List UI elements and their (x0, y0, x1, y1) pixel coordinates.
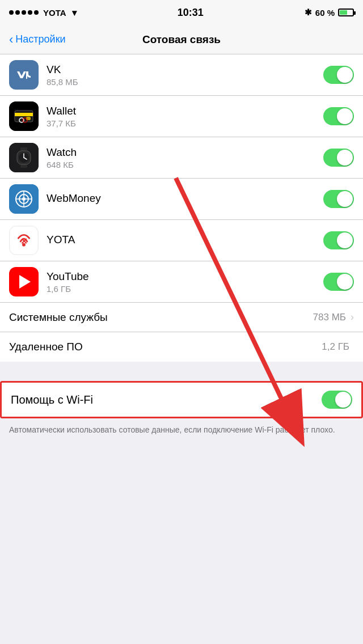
webmoney-toggle-knob (337, 191, 353, 207)
list-item: VK 85,8 МБ (0, 54, 363, 96)
youtube-logo (9, 267, 39, 296)
carrier-label: YOTA (43, 8, 66, 18)
back-label: Настройки (15, 33, 65, 45)
vk-info: VK 85,8 МБ (47, 63, 323, 87)
remote-access-label: Удаленное ПО (9, 341, 322, 353)
status-left: YOTA ▾ (9, 7, 77, 18)
vk-toggle[interactable] (323, 66, 354, 84)
list-item: ✕ YOTA (0, 220, 363, 261)
youtube-info: YouTube 1,6 ГБ (47, 270, 323, 294)
wifi-assist-toggle-knob (335, 392, 351, 408)
battery-fill (340, 10, 347, 15)
chevron-right-icon: › (351, 311, 354, 323)
svg-point-22 (22, 243, 26, 247)
vk-logo (9, 60, 39, 90)
wifi-icon: ▾ (72, 7, 77, 18)
vk-app-icon (9, 60, 39, 90)
status-right: ✱ 60 % (305, 7, 354, 18)
system-services-value: 783 МБ (313, 312, 346, 323)
webmoney-icon-svg (9, 184, 39, 214)
svg-rect-9 (20, 164, 27, 168)
wifi-assist-toggle[interactable] (322, 391, 352, 409)
watch-toggle[interactable] (323, 149, 354, 167)
youtube-app-icon (9, 267, 39, 296)
yota-toggle[interactable] (323, 231, 354, 249)
back-button[interactable]: ‹ Настройки (9, 32, 66, 47)
watch-size: 648 КБ (47, 160, 323, 170)
yota-toggle-knob (337, 232, 353, 248)
back-chevron-icon: ‹ (9, 32, 13, 47)
system-services-row[interactable]: Системные службы 783 МБ › (0, 303, 363, 332)
page-title: Сотовая связь (142, 33, 221, 46)
webmoney-name: WebMoney (47, 192, 323, 205)
wallet-name: Wallet (47, 105, 323, 117)
youtube-size: 1,6 ГБ (47, 284, 323, 294)
list-item: Wallet 37,7 КБ (0, 96, 363, 137)
wallet-icon-svg (9, 101, 39, 131)
system-services-label: Системные службы (9, 311, 313, 324)
wifi-assist-label: Помощь с Wi-Fi (11, 393, 322, 406)
wallet-app-icon (9, 101, 39, 131)
watch-icon-svg (9, 143, 39, 172)
wallet-info: Wallet 37,7 КБ (47, 105, 323, 128)
list-item: WebMoney (0, 179, 363, 220)
signal-dots (9, 10, 39, 15)
yota-icon-svg: ✕ (10, 226, 38, 255)
wallet-toggle-knob (337, 108, 353, 124)
watch-info: Watch 648 КБ (47, 146, 323, 170)
youtube-name: YouTube (47, 270, 323, 283)
status-time: 10:31 (178, 7, 204, 19)
yota-name: YOTA (47, 234, 323, 246)
status-bar: YOTA ▾ 10:31 ✱ 60 % (0, 0, 363, 25)
wifi-assist-section: Помощь с Wi-Fi (0, 381, 363, 418)
wifi-assist-description: Автоматически использовать сотовые данны… (0, 418, 363, 447)
bluetooth-icon: ✱ (305, 7, 312, 18)
section-break (0, 362, 363, 381)
youtube-toggle[interactable] (323, 273, 354, 291)
list-item: YouTube 1,6 ГБ (0, 261, 363, 303)
wallet-size: 37,7 КБ (47, 118, 323, 128)
vk-toggle-knob (337, 67, 353, 83)
yota-info: YOTA (47, 234, 323, 247)
wifi-assist-row: Помощь с Wi-Fi (2, 383, 361, 417)
youtube-toggle-knob (337, 274, 353, 290)
webmoney-app-icon (9, 184, 39, 214)
watch-name: Watch (47, 146, 323, 159)
nav-bar: ‹ Настройки Сотовая связь (0, 25, 363, 54)
svg-rect-3 (15, 113, 33, 116)
battery-icon (338, 9, 354, 16)
wallet-toggle[interactable] (323, 107, 354, 125)
webmoney-info: WebMoney (47, 192, 323, 206)
app-list: VK 85,8 МБ Wallet 37,7 КБ (0, 54, 363, 362)
yota-app-icon: ✕ (9, 226, 39, 255)
remote-access-row: Удаленное ПО 1,2 ГБ (0, 332, 363, 362)
battery-percent: 60 % (315, 8, 335, 18)
vk-size: 85,8 МБ (47, 77, 323, 87)
watch-toggle-knob (337, 150, 353, 166)
list-item: Watch 648 КБ (0, 137, 363, 179)
remote-access-value: 1,2 ГБ (322, 341, 349, 353)
watch-app-icon (9, 143, 39, 172)
vk-name: VK (47, 63, 323, 76)
webmoney-toggle[interactable] (323, 190, 354, 208)
play-triangle-icon (19, 275, 31, 289)
svg-rect-8 (20, 147, 27, 151)
